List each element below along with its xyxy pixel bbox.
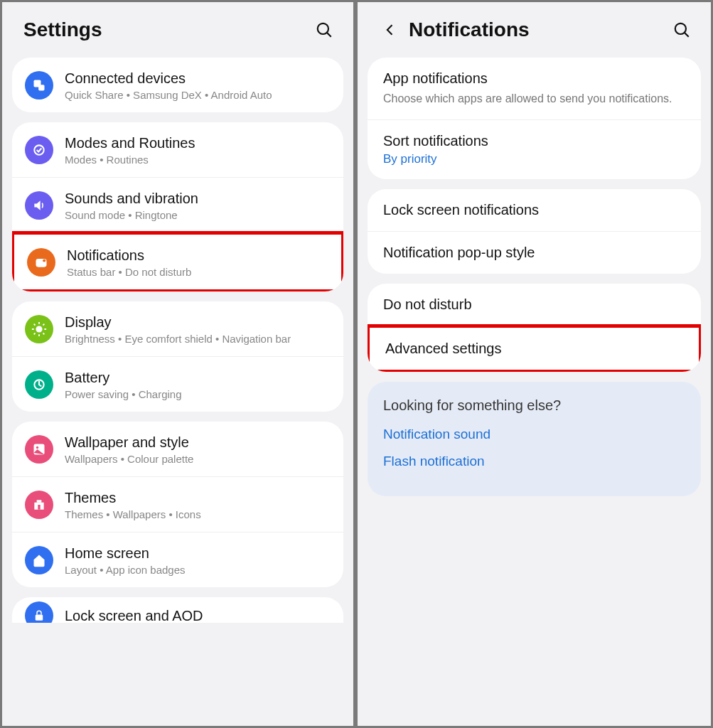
row-title: Connected devices [65,69,331,87]
row-sub: Themes • Wallpapers • Icons [65,508,331,520]
notifications-list[interactable]: App notifications Choose which apps are … [358,58,711,726]
row-display[interactable]: Display Brightness • Eye comfort shield … [12,301,343,356]
page-title: Notifications [409,18,661,41]
svg-line-22 [685,33,689,37]
row-sub: Quick Share • Samsung DeX • Android Auto [65,89,331,101]
settings-group: Lock screen and AOD [12,597,343,623]
highlight-advanced-settings: Advanced settings [368,324,701,372]
svg-rect-3 [38,85,44,90]
row-advanced-settings[interactable]: Advanced settings [370,328,699,370]
row-title: Advanced settings [385,341,683,357]
row-lock-screen-notifications[interactable]: Lock screen notifications [368,189,701,231]
search-icon [672,21,691,39]
row-sounds-vibration[interactable]: Sounds and vibration Sound mode • Ringto… [12,177,343,232]
svg-rect-19 [38,505,40,510]
row-title: Sort notifications [383,133,685,149]
svg-line-1 [327,33,331,37]
row-sub: Modes • Routines [65,154,331,166]
notif-group: App notifications Choose which apps are … [368,58,701,179]
link-notification-sound[interactable]: Notification sound [383,427,685,442]
notif-group: Do not disturb Advanced settings [368,284,701,372]
settings-list[interactable]: Connected devices Quick Share • Samsung … [2,58,353,726]
sounds-icon [25,191,53,220]
row-title: Do not disturb [383,296,685,313]
svg-rect-20 [36,615,43,621]
settings-header: Settings [2,2,353,58]
home-screen-icon [25,546,53,574]
svg-point-21 [675,23,686,34]
svg-line-15 [43,323,45,325]
row-do-not-disturb[interactable]: Do not disturb [368,284,701,326]
row-value: By priority [383,152,685,166]
svg-point-6 [43,259,45,262]
row-app-notifications[interactable]: App notifications Choose which apps are … [368,58,701,119]
link-flash-notification[interactable]: Flash notification [383,454,685,469]
row-sub: Choose which apps are allowed to send yo… [383,91,685,107]
row-title: Modes and Routines [65,134,331,152]
settings-panel: Settings Connected devices Quick Share •… [0,0,355,728]
row-sub: Brightness • Eye comfort shield • Naviga… [65,333,331,345]
notifications-icon [27,248,55,277]
settings-group: Wallpaper and style Wallpapers • Colour … [12,422,343,587]
notifications-header: Notifications [358,2,711,58]
row-title: Lock screen and AOD [65,606,331,623]
search-button[interactable] [311,16,338,43]
row-title: App notifications [383,70,685,87]
row-lock-screen[interactable]: Lock screen and AOD [12,597,343,623]
row-title: Notification pop-up style [383,245,685,261]
row-title: Home screen [65,544,331,562]
row-title: Wallpaper and style [65,433,331,451]
notifications-panel: Notifications App notifications Choose w… [355,0,713,728]
row-sub: Status bar • Do not disturb [67,266,328,278]
row-sub: Power saving • Charging [65,388,331,400]
wallpaper-icon [25,435,53,464]
row-title: Notifications [67,246,328,264]
lock-screen-icon [25,601,53,623]
highlight-notifications: Notifications Status bar • Do not distur… [12,231,343,291]
svg-point-7 [36,326,42,332]
chevron-left-icon [383,23,397,37]
row-sort-notifications[interactable]: Sort notifications By priority [368,119,701,179]
row-popup-style[interactable]: Notification pop-up style [368,231,701,274]
themes-icon [25,491,53,519]
settings-group: Connected devices Quick Share • Samsung … [12,58,343,112]
svg-point-18 [36,446,38,448]
search-button[interactable] [668,16,695,43]
modes-routines-icon [25,136,53,164]
row-sub: Layout • App icon badges [65,564,331,576]
battery-icon [25,370,53,399]
row-sub: Wallpapers • Colour palette [65,453,331,465]
row-title: Themes [65,488,331,507]
row-wallpaper[interactable]: Wallpaper and style Wallpapers • Colour … [12,422,343,476]
svg-line-14 [34,333,36,334]
settings-group: Display Brightness • Eye comfort shield … [12,301,343,412]
looking-for-else: Looking for something else? Notification… [368,382,701,496]
row-notifications[interactable]: Notifications Status bar • Do not distur… [14,235,341,289]
back-button[interactable] [379,18,402,41]
row-themes[interactable]: Themes Themes • Wallpapers • Icons [12,476,343,532]
row-battery[interactable]: Battery Power saving • Charging [12,356,343,412]
row-title: Battery [65,368,331,387]
row-title: Sounds and vibration [65,189,331,208]
row-modes-routines[interactable]: Modes and Routines Modes • Routines [12,122,343,177]
row-title: Display [65,313,331,331]
page-title: Settings [23,18,304,41]
svg-point-0 [318,23,328,34]
display-icon [25,315,53,343]
lfse-title: Looking for something else? [383,397,685,414]
row-sub: Sound mode • Ringtone [65,209,331,221]
row-title: Lock screen notifications [383,202,685,218]
settings-group: Modes and Routines Modes • Routines Soun… [12,122,343,291]
row-text: Connected devices Quick Share • Samsung … [65,69,331,101]
search-icon [315,21,333,39]
notif-group: Lock screen notifications Notification p… [368,189,701,274]
svg-line-13 [43,333,45,334]
svg-line-12 [34,323,36,325]
connected-devices-icon [25,71,53,100]
row-home-screen[interactable]: Home screen Layout • App icon badges [12,532,343,587]
row-connected-devices[interactable]: Connected devices Quick Share • Samsung … [12,58,343,112]
